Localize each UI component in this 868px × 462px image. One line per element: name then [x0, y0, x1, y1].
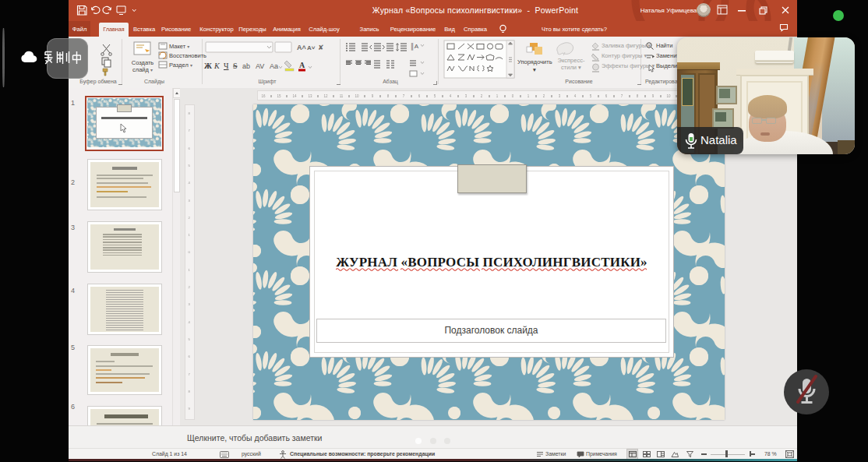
svg-text:А: А	[299, 61, 305, 69]
svg-text:AV: AV	[256, 62, 264, 70]
svg-text:А˅: А˅	[307, 44, 316, 51]
svg-text:Ж: Ж	[204, 62, 212, 70]
svg-text:ab: ab	[242, 62, 250, 70]
svg-text:Ч: Ч	[224, 62, 229, 70]
svg-text:Aa: Aa	[270, 62, 278, 70]
svg-text:✘: ✘	[318, 44, 324, 51]
svg-text:║A: ║A	[410, 42, 419, 51]
svg-text:К: К	[213, 62, 221, 70]
svg-text:А˄: А˄	[297, 44, 306, 51]
svg-text:S: S	[233, 62, 238, 70]
